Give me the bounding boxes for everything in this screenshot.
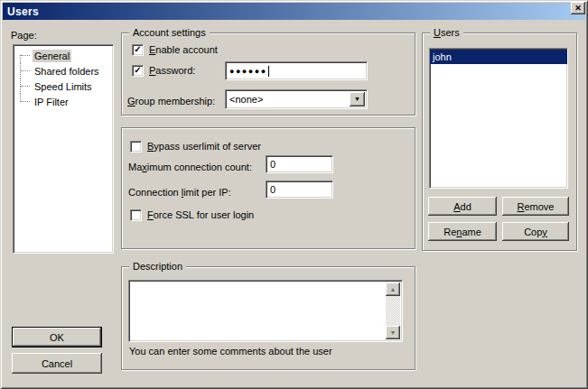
button-label: Add [453,200,471,213]
scroll-down-button[interactable]: ▼ [386,326,400,339]
dropdown-button[interactable]: ▼ [350,92,365,107]
button-label: Cancel [42,357,72,370]
account-settings-legend: Account settings [129,27,210,39]
password-input[interactable]: ●●●●●● [225,61,368,80]
limits-group: Bypass userlimit of server Maximum conne… [121,127,415,249]
combo-selected-value: <none> [229,94,263,105]
add-button[interactable]: Add [428,197,497,216]
tree-item-label[interactable]: Speed Limits [33,80,94,93]
force-ssl-row: Force SSL for user login [130,208,254,221]
password-row: ✓ Password: [132,64,195,77]
label-text: assword: [155,65,195,76]
input-value: 0 [270,184,275,195]
button-label: Rename [443,226,481,238]
description-group: Description ▲ ▼ You can enter some comme… [121,266,415,370]
remove-button[interactable]: Remove [502,197,569,216]
enable-account-checkbox[interactable]: ✓ [132,44,144,56]
close-icon: ✕ [574,4,582,13]
connection-limit-per-ip-input[interactable]: 0 [266,181,333,199]
label-text: imit per IP: [183,187,231,198]
tree-item-speed-limits[interactable]: Speed Limits [14,79,113,94]
scroll-track[interactable] [386,296,400,326]
tree-item-shared-folders[interactable]: Shared folders [14,63,113,79]
rename-button[interactable]: Rename [428,222,497,241]
label-text: Connection [128,187,182,198]
users-group: Users john Add Remove Rename Copy [422,32,577,251]
label-mnemonic: F [147,209,154,220]
input-value: 0 [270,159,275,170]
label-mnemonic: y [542,227,547,237]
description-hint: You can enter some comments about the us… [129,345,332,357]
bypass-userlimit-label: Bypass userlimit of server [147,140,261,153]
label-text: Cop [524,227,542,237]
window-title: Users [7,5,39,18]
titlebar[interactable]: Users [3,3,585,20]
force-ssl-label: Force SSL for user login [147,208,254,221]
label-text: imum connection count: [147,162,252,172]
users-dialog: Users ✕ Page: General Shared folders Spe… [0,0,588,389]
copy-button[interactable]: Copy [502,222,569,241]
label-text: Re [443,227,456,237]
label-mnemonic: A [453,201,460,212]
description-legend: Description [129,261,186,273]
tree-item-ip-filter[interactable]: IP Filter [14,94,113,109]
label-mnemonic: G [127,96,135,107]
account-settings-group: Account settings ✓ Enable account ✓ Pass… [121,32,415,116]
connection-limit-per-ip-label: Connection limit per IP: [128,186,231,199]
description-textarea[interactable]: ▲ ▼ [128,280,403,342]
user-list-item[interactable]: john [430,50,567,64]
cancel-button[interactable]: Cancel [12,353,102,374]
enable-account-row: ✓ Enable account [132,43,218,56]
label-text: ame [462,227,481,237]
max-connection-count-label: Maximum connection count: [128,161,252,173]
max-connection-count-input[interactable]: 0 [266,155,333,173]
vertical-scrollbar[interactable]: ▲ ▼ [386,282,400,339]
label-text: roup membership: [135,96,216,107]
label-text: sers [441,27,460,38]
bypass-userlimit-checkbox[interactable] [130,141,142,153]
label-text: orce SSL for user login [154,209,254,220]
button-label: Copy [524,226,547,238]
users-legend: Users [430,27,463,39]
label-text: nable account [155,44,218,55]
tree-item-label[interactable]: IP Filter [33,96,70,108]
label-text: ypass userlimit of server [154,141,261,152]
password-masked-value: ●●●●●● [229,67,267,76]
page-tree[interactable]: General Shared folders Speed Limits IP F… [13,44,114,254]
enable-account-label: Enable account [149,43,218,56]
tree-item-general[interactable]: General [14,48,113,63]
button-label: Remove [518,200,555,213]
label-mnemonic: U [434,27,441,38]
ok-button[interactable]: OK [12,327,102,347]
password-checkbox[interactable]: ✓ [132,65,144,77]
group-membership-select[interactable]: <none> ▼ [225,89,368,109]
text-caret [268,66,269,77]
bypass-userlimit-row: Bypass userlimit of server [130,140,261,153]
users-listbox[interactable]: john [429,48,568,189]
label-text: dd [461,201,471,212]
force-ssl-checkbox[interactable] [130,209,142,221]
button-label: OK [50,331,64,344]
label-text: Ma [128,162,142,172]
close-button[interactable]: ✕ [571,2,585,14]
group-membership-label: Group membership: [127,95,215,107]
label-text: emove [524,201,554,212]
scroll-up-button[interactable]: ▲ [386,282,400,296]
page-label: Page: [11,29,37,42]
tree-item-label[interactable]: Shared folders [33,65,101,78]
password-label: Password: [149,64,195,77]
tree-item-label[interactable]: General [33,50,71,62]
user-name: john [433,51,452,62]
